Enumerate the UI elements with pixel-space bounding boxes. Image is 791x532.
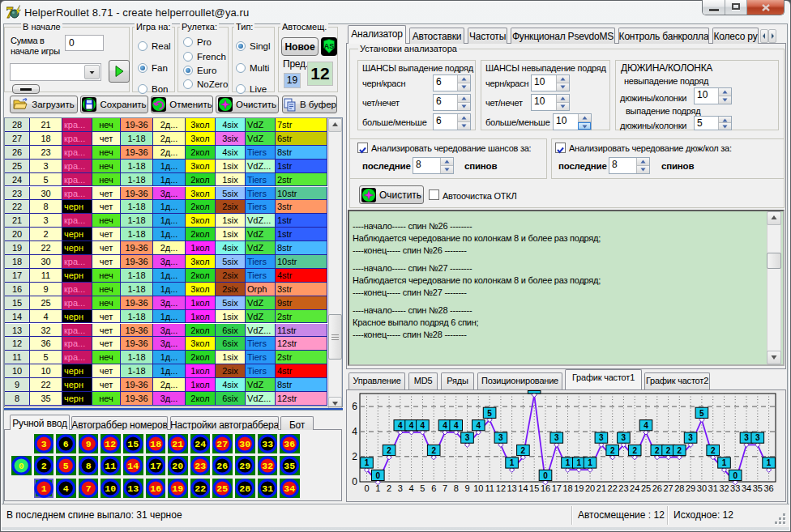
svg-text:11: 11 (485, 483, 494, 493)
svg-text:16: 16 (150, 483, 161, 494)
svg-text:36: 36 (763, 483, 773, 493)
svg-text:4: 4 (643, 421, 648, 430)
svg-text:25: 25 (641, 483, 651, 493)
svg-text:32: 32 (262, 461, 273, 471)
svg-text:12: 12 (496, 483, 506, 493)
svg-text:11: 11 (105, 461, 117, 471)
svg-text:13: 13 (507, 483, 516, 493)
svg-text:2: 2 (352, 451, 357, 462)
svg-text:0: 0 (733, 471, 738, 480)
svg-text:23: 23 (618, 483, 628, 493)
svg-text:5: 5 (63, 461, 69, 471)
svg-text:1: 1 (722, 458, 727, 467)
svg-text:2: 2 (521, 446, 526, 455)
svg-text:4: 4 (477, 421, 481, 430)
svg-text:2: 2 (632, 446, 637, 455)
svg-text:20: 20 (585, 483, 595, 493)
svg-text:3: 3 (755, 433, 760, 442)
svg-text:27: 27 (217, 439, 229, 449)
svg-text:2: 2 (678, 446, 682, 455)
svg-text:2: 2 (666, 446, 671, 455)
svg-text:7: 7 (443, 483, 447, 493)
svg-text:15: 15 (127, 439, 139, 449)
svg-text:9: 9 (86, 439, 92, 449)
svg-text:1: 1 (510, 458, 515, 467)
svg-text:12: 12 (105, 439, 117, 449)
svg-text:2: 2 (431, 446, 436, 455)
svg-text:17: 17 (150, 461, 161, 471)
svg-text:15: 15 (529, 483, 539, 493)
svg-text:3: 3 (622, 433, 626, 442)
svg-text:1: 1 (577, 458, 582, 467)
svg-text:32: 32 (719, 483, 729, 493)
svg-text:1: 1 (375, 483, 380, 493)
svg-text:14: 14 (127, 461, 139, 471)
svg-text:21: 21 (172, 439, 183, 449)
svg-text:4: 4 (63, 483, 69, 494)
svg-text:3: 3 (41, 439, 46, 449)
svg-text:1: 1 (41, 483, 46, 494)
svg-text:3: 3 (744, 433, 749, 442)
svg-text:26: 26 (652, 483, 662, 493)
svg-text:3: 3 (465, 433, 470, 442)
svg-text:25: 25 (217, 483, 229, 494)
svg-text:10: 10 (473, 483, 483, 493)
svg-text:4: 4 (409, 483, 414, 493)
svg-text:29: 29 (686, 483, 695, 493)
svg-text:3: 3 (599, 433, 604, 442)
svg-text:36: 36 (284, 439, 295, 449)
svg-text:35: 35 (284, 461, 295, 471)
svg-text:24: 24 (195, 439, 206, 449)
svg-text:30: 30 (239, 439, 250, 449)
svg-text:6: 6 (352, 401, 357, 412)
svg-text:4: 4 (443, 421, 447, 430)
svg-text:4: 4 (454, 421, 459, 430)
svg-text:4: 4 (409, 421, 414, 430)
svg-text:23: 23 (195, 461, 206, 471)
svg-text:35: 35 (753, 483, 763, 493)
svg-text:8: 8 (86, 461, 92, 471)
svg-text:22: 22 (608, 483, 618, 493)
svg-text:19: 19 (574, 483, 584, 493)
svg-text:19: 19 (172, 483, 183, 494)
svg-text:22: 22 (195, 483, 206, 494)
svg-text:9: 9 (464, 483, 469, 493)
svg-text:1: 1 (365, 458, 370, 467)
svg-text:3: 3 (688, 433, 693, 442)
svg-text:18: 18 (150, 439, 161, 449)
svg-text:13: 13 (127, 483, 139, 494)
svg-text:2: 2 (387, 483, 391, 493)
svg-text:1: 1 (588, 458, 592, 467)
svg-text:30: 30 (697, 483, 707, 493)
svg-text:34: 34 (284, 483, 295, 494)
svg-text:2: 2 (655, 446, 660, 455)
svg-text:4: 4 (398, 421, 403, 430)
svg-text:2: 2 (610, 446, 615, 455)
svg-text:6: 6 (431, 483, 436, 493)
svg-text:0: 0 (364, 483, 369, 493)
svg-text:28: 28 (239, 483, 250, 494)
svg-text:6: 6 (63, 439, 69, 449)
svg-text:7: 7 (86, 483, 92, 494)
svg-text:10: 10 (105, 483, 117, 494)
svg-text:31: 31 (708, 483, 718, 493)
svg-text:20: 20 (172, 461, 183, 471)
svg-text:34: 34 (742, 483, 751, 493)
svg-text:29: 29 (239, 461, 250, 471)
svg-text:1: 1 (767, 458, 772, 467)
svg-text:16: 16 (541, 483, 550, 493)
svg-text:0: 0 (376, 471, 381, 480)
svg-text:24: 24 (630, 483, 639, 493)
svg-text:17: 17 (552, 483, 562, 493)
svg-text:33: 33 (262, 439, 273, 449)
svg-text:26: 26 (217, 461, 229, 471)
svg-text:3: 3 (398, 483, 403, 493)
svg-text:4: 4 (352, 426, 357, 437)
svg-text:3: 3 (498, 433, 503, 442)
svg-text:0: 0 (352, 476, 357, 487)
svg-text:1: 1 (566, 458, 571, 467)
svg-text:5: 5 (699, 409, 704, 418)
svg-text:5: 5 (420, 483, 425, 493)
svg-text:14: 14 (518, 483, 528, 493)
svg-text:33: 33 (730, 483, 740, 493)
